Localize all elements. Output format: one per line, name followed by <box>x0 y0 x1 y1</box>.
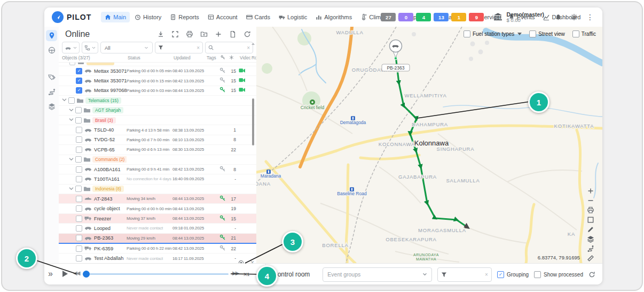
plus-icon[interactable] <box>215 30 222 38</box>
traffic-toggle[interactable]: Traffic <box>572 30 596 37</box>
folder-add-icon[interactable] <box>200 30 208 38</box>
checkbox[interactable] <box>76 216 82 222</box>
map-layers-button[interactable] <box>586 235 595 242</box>
rail-location-pin-button[interactable] <box>46 30 57 41</box>
nav-item-history[interactable]: History <box>131 12 165 22</box>
col-updated[interactable]: Updated <box>172 55 206 60</box>
checkbox[interactable] <box>76 176 82 182</box>
col-tags[interactable]: Tags <box>206 55 219 60</box>
refresh-icon[interactable] <box>588 271 595 278</box>
status-select[interactable]: All <box>100 42 153 53</box>
street-view-toggle[interactable]: Street view <box>529 30 564 37</box>
status-badge[interactable]: 13 <box>434 13 449 21</box>
col-route[interactable]: Route <box>250 55 256 60</box>
event-groups-select[interactable]: Event groups <box>323 267 432 282</box>
nav-item-algorithms[interactable]: Algorithms <box>312 12 356 22</box>
rail-route-button[interactable] <box>46 86 57 97</box>
vehicle-row[interactable]: ✓Mettax 99706847...Parking 00 d 00 h 03 … <box>59 86 256 96</box>
checkbox[interactable] <box>76 235 82 241</box>
vehicle-row[interactable]: ✓Mettax 35307111...Parking 00 d 00 h 15 … <box>59 76 256 86</box>
timeline-slider[interactable] <box>84 273 229 275</box>
status-badge[interactable]: 27 <box>381 13 396 21</box>
doc-icon[interactable] <box>229 30 237 38</box>
group-row[interactable]: Commands (2) <box>59 155 256 165</box>
checkbox[interactable] <box>76 196 82 202</box>
vehicle-row[interactable]: VCPB-65Parking 00 d 6 h 13 min08:30 13.0… <box>59 145 256 155</box>
map-plus-button[interactable] <box>586 187 595 194</box>
map-area[interactable]: WADULLAORUGODAWATTEWELLAMPITIYADAHAMPURA… <box>256 27 602 263</box>
checkbox[interactable] <box>75 117 82 124</box>
checkbox[interactable] <box>76 255 82 262</box>
status-badge[interactable]: 0 <box>398 13 413 21</box>
fuel-station-types-toggle[interactable]: Fuel station types <box>464 30 522 37</box>
vertical-scrollbar[interactable] <box>252 98 254 145</box>
hierarchy-filter[interactable] <box>82 42 98 53</box>
clear-icon[interactable]: × <box>485 272 488 278</box>
status-badge[interactable]: 1 <box>451 13 466 21</box>
checkbox[interactable] <box>75 107 82 113</box>
status-badge[interactable]: 4 <box>416 13 431 21</box>
checkbox[interactable] <box>75 156 82 163</box>
col-status[interactable]: Status <box>127 55 172 60</box>
nav-item-account[interactable]: Account <box>204 12 241 22</box>
checkbox[interactable] <box>76 136 82 143</box>
caret-down-icon[interactable] <box>517 33 522 35</box>
chevron-down-icon[interactable] <box>69 157 74 162</box>
show-processed-checkbox[interactable]: Show processed <box>534 271 583 278</box>
map-print-button[interactable] <box>586 206 595 213</box>
vehicle-row[interactable]: ✓Mettax 35307111...Parking 00 d 00 h 05 … <box>59 66 256 76</box>
slider-knob[interactable] <box>83 271 90 278</box>
search-input[interactable]: × <box>205 42 253 53</box>
fit-icon[interactable] <box>171 30 179 38</box>
fast-forward-button[interactable]: ▶▶ <box>232 270 238 276</box>
event-filter-input[interactable]: × <box>437 267 492 282</box>
nav-item-cards[interactable]: Cards <box>242 12 274 22</box>
rewind-button[interactable]: ◀◀ <box>73 270 79 276</box>
col-objects[interactable]: Objects (3/27) <box>59 55 127 60</box>
rail-steering-wheel-button[interactable] <box>46 44 57 56</box>
checkbox[interactable] <box>76 205 82 212</box>
video-camera-icon[interactable] <box>239 70 246 74</box>
checkbox[interactable] <box>76 166 82 173</box>
vehicle-row[interactable]: A100BA161Parking 00 d 9 h 41 min08:42 13… <box>59 165 256 174</box>
map-minus-button[interactable] <box>586 197 595 204</box>
vehicle-row[interactable]: FreezerMoving 37 km/h08:44 13.09.202515 <box>59 214 256 224</box>
col-video[interactable]: Video <box>239 55 250 60</box>
checkbox-checked[interactable]: ✓ <box>76 68 82 74</box>
clear-icon[interactable]: × <box>197 45 200 51</box>
checkbox[interactable] <box>464 30 470 37</box>
status-badge[interactable]: 9 <box>469 13 484 21</box>
refresh-icon[interactable] <box>244 30 251 38</box>
group-row[interactable]: Telematics (15) <box>59 96 256 105</box>
vehicle-row[interactable]: PK-6359Parking 00 d 00 h 22 min08:42 13.… <box>59 244 256 253</box>
collapse-panel-icon[interactable]: » <box>48 269 53 279</box>
scroll-up-arrow[interactable] <box>252 43 255 45</box>
checkbox[interactable] <box>75 186 82 192</box>
group-row[interactable]: Brasil (3) <box>59 116 256 125</box>
nav-item-main[interactable]: Main <box>101 12 130 22</box>
checkbox[interactable] <box>534 271 541 278</box>
vehicle-row[interactable]: LoopedNever made contact09:18 01.09.2025… <box>59 224 256 233</box>
vehicle-row[interactable]: TSLD-40Parking 4 d 13 h 58 min08:38 13.0… <box>59 125 256 135</box>
checkbox-checked[interactable]: ✓ <box>76 87 82 94</box>
user-box[interactable]: Demo(master) $ 0.00 <box>489 11 548 24</box>
grouping-checkbox[interactable]: ✓ Grouping <box>497 271 529 278</box>
playback-speed[interactable]: X1 <box>244 271 250 277</box>
checkbox[interactable] <box>76 147 82 153</box>
map-pencil-button[interactable] <box>586 226 595 233</box>
checkbox-checked[interactable]: ✓ <box>497 271 504 278</box>
checkbox[interactable] <box>76 127 82 133</box>
chevron-down-icon[interactable] <box>62 98 67 103</box>
vehicle-row[interactable]: Test AbdallahNever made contact16:17 11.… <box>59 253 256 263</box>
checkbox[interactable] <box>68 97 75 104</box>
clear-icon[interactable]: × <box>247 45 250 51</box>
vehicle-row[interactable]: AT-2843Moving 34 km/h08:44 13.09.202517 <box>59 194 256 204</box>
print-icon[interactable] <box>186 30 193 38</box>
checkbox[interactable] <box>76 245 82 252</box>
map-route-s-button[interactable] <box>586 245 595 252</box>
video-camera-icon[interactable] <box>239 79 246 84</box>
rail-tags-button[interactable] <box>46 72 57 83</box>
vehicle-row[interactable]: TVDG-52Parking 00 d 7 h 00 min08:10 13.0… <box>59 135 256 145</box>
vehicle-row[interactable]: T100TA161No connection for 4 days16:40 0… <box>59 174 256 184</box>
group-row[interactable]: Indonesia (8) <box>59 185 256 194</box>
